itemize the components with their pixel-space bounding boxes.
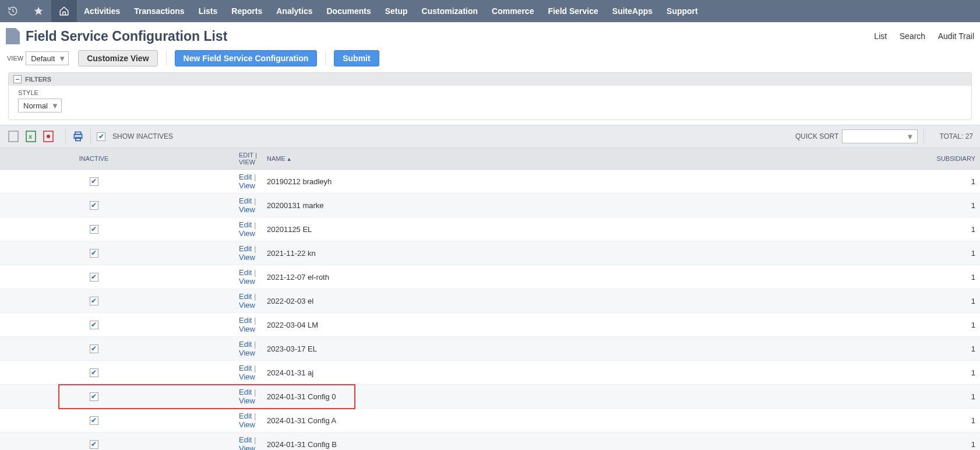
page-title: Field Service Configuration List xyxy=(26,29,863,44)
style-select[interactable]: Normal ▼ xyxy=(18,99,62,112)
edit-link[interactable]: Edit xyxy=(239,292,252,301)
edit-link[interactable]: Edit xyxy=(239,388,252,396)
inactive-checkbox[interactable]: ✔ xyxy=(90,249,98,258)
view-link[interactable]: View xyxy=(239,301,255,310)
view-link[interactable]: View xyxy=(239,420,255,429)
filters-body: STYLE Normal ▼ xyxy=(9,86,971,119)
inactive-checkbox[interactable]: ✔ xyxy=(90,368,98,377)
edit-link[interactable]: Edit xyxy=(239,412,252,420)
quicksort-select[interactable]: ▼ xyxy=(842,129,918,143)
edit-link[interactable]: Edit xyxy=(239,220,252,229)
subsidiary-cell: 1 xyxy=(916,194,980,217)
view-link[interactable]: View xyxy=(239,205,255,214)
subsidiary-cell: 1 xyxy=(916,313,980,337)
show-inactives-checkbox[interactable]: ✔ xyxy=(97,132,105,141)
inactive-checkbox[interactable]: ✔ xyxy=(90,297,98,305)
edit-link[interactable]: Edit xyxy=(239,316,252,325)
page-icon xyxy=(6,28,20,44)
separator xyxy=(923,129,924,144)
nav-reports[interactable]: Reports xyxy=(224,0,269,22)
table-row: ✔Edit | View2024-01-31 Config 01 xyxy=(0,385,980,409)
col-name[interactable]: NAME▲ xyxy=(262,148,916,170)
view-link[interactable]: View xyxy=(239,372,255,381)
audit-trail-link[interactable]: Audit Trail xyxy=(938,31,974,41)
inactive-checkbox[interactable]: ✔ xyxy=(90,225,98,234)
table-row: ✔Edit | View2024-01-31 Config B1 xyxy=(0,433,980,451)
nav-lists[interactable]: Lists xyxy=(192,0,225,22)
nav-activities[interactable]: Activities xyxy=(77,0,127,22)
nav-support[interactable]: Support xyxy=(660,0,705,22)
inactive-checkbox[interactable]: ✔ xyxy=(90,273,98,282)
view-link[interactable]: View xyxy=(239,181,255,190)
list-toolbar: X ✔ SHOW INACTIVES QUICK SORT ▼ TOTAL: 2… xyxy=(0,125,980,148)
name-cell: 2022-03-04 LM xyxy=(262,313,916,337)
view-link[interactable]: View xyxy=(239,325,255,333)
col-editview[interactable]: EDIT | VIEW xyxy=(146,148,262,170)
col-subsidiary[interactable]: SUBSIDIARY xyxy=(916,148,980,170)
view-link[interactable]: View xyxy=(239,444,255,450)
export-csv-icon[interactable] xyxy=(7,130,20,143)
inactive-checkbox[interactable]: ✔ xyxy=(90,321,98,329)
filters-header[interactable]: − FILTERS xyxy=(9,73,971,86)
nav-suiteapps[interactable]: SuiteApps xyxy=(605,0,660,22)
history-icon[interactable] xyxy=(0,0,26,22)
edit-link[interactable]: Edit xyxy=(239,173,252,181)
star-icon[interactable] xyxy=(26,0,51,22)
view-link[interactable]: View xyxy=(239,396,255,405)
edit-link[interactable]: Edit xyxy=(239,435,252,444)
nav-documents[interactable]: Documents xyxy=(319,0,378,22)
edit-link[interactable]: Edit xyxy=(239,196,252,205)
col-inactive[interactable]: INACTIVE xyxy=(0,148,146,170)
filters-title: FILTERS xyxy=(25,76,51,83)
nav-analytics[interactable]: Analytics xyxy=(269,0,319,22)
edit-link[interactable]: Edit xyxy=(239,244,252,253)
edit-link[interactable]: Edit xyxy=(239,340,252,349)
export-excel-icon[interactable]: X xyxy=(24,130,37,143)
subsidiary-cell: 1 xyxy=(916,241,980,265)
subsidiary-cell: 1 xyxy=(916,265,980,289)
inactive-checkbox[interactable]: ✔ xyxy=(90,440,98,449)
style-label: STYLE xyxy=(18,89,962,96)
inactive-checkbox[interactable]: ✔ xyxy=(90,344,98,353)
view-link[interactable]: View xyxy=(239,349,255,357)
inactive-checkbox[interactable]: ✔ xyxy=(90,416,98,425)
table-row: ✔Edit | View2021-11-22 kn1 xyxy=(0,241,980,265)
view-link[interactable]: View xyxy=(239,277,255,286)
nav-commerce[interactable]: Commerce xyxy=(485,0,541,22)
subsidiary-cell: 1 xyxy=(916,433,980,451)
list-link[interactable]: List xyxy=(874,31,887,41)
config-table: INACTIVE EDIT | VIEW NAME▲ SUBSIDIARY ✔E… xyxy=(0,148,980,450)
separator xyxy=(65,129,66,144)
print-icon[interactable] xyxy=(72,130,84,143)
export-pdf-icon[interactable] xyxy=(42,130,55,143)
new-config-button[interactable]: New Field Service Configuration xyxy=(175,50,318,66)
nav-transactions[interactable]: Transactions xyxy=(127,0,191,22)
table-row: ✔Edit | View2024-01-31 aj1 xyxy=(0,361,980,385)
edit-link[interactable]: Edit xyxy=(239,364,252,372)
edit-link[interactable]: Edit xyxy=(239,268,252,277)
submit-button[interactable]: Submit xyxy=(334,50,379,66)
top-nav: ActivitiesTransactionsListsReportsAnalyt… xyxy=(0,0,980,22)
separator xyxy=(166,51,167,65)
nav-setup[interactable]: Setup xyxy=(378,0,415,22)
inactive-checkbox[interactable]: ✔ xyxy=(90,201,98,210)
view-link[interactable]: View xyxy=(239,229,255,238)
name-cell: 2024-01-31 Config A xyxy=(262,409,916,433)
customize-view-button[interactable]: Customize View xyxy=(78,50,157,66)
name-cell: 2022-02-03 el xyxy=(262,289,916,313)
inactive-checkbox[interactable]: ✔ xyxy=(90,392,98,401)
home-icon[interactable] xyxy=(51,0,77,22)
filters-panel: − FILTERS STYLE Normal ▼ xyxy=(8,72,972,120)
quicksort-label: QUICK SORT xyxy=(795,132,838,140)
collapse-icon[interactable]: − xyxy=(13,75,22,83)
nav-field-service[interactable]: Field Service xyxy=(541,0,605,22)
nav-customization[interactable]: Customization xyxy=(415,0,485,22)
view-select[interactable]: Default ▼ xyxy=(26,51,69,65)
subsidiary-cell: 1 xyxy=(916,361,980,385)
view-link[interactable]: View xyxy=(239,253,255,262)
search-link[interactable]: Search xyxy=(900,31,925,41)
subsidiary-cell: 1 xyxy=(916,217,980,241)
show-inactives-label: SHOW INACTIVES xyxy=(112,132,173,140)
inactive-checkbox[interactable]: ✔ xyxy=(90,177,98,186)
table-row: ✔Edit | View2023-03-17 EL1 xyxy=(0,337,980,361)
